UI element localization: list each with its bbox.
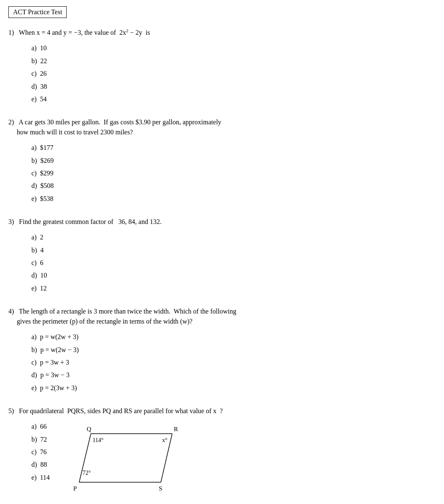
question-5: 5) For quadrilateral PQRS, sides PQ and … — [8, 406, 436, 491]
list-item: c) 6 — [31, 257, 436, 269]
question-4-text: 4) The length of a rectangle is 3 more t… — [8, 306, 436, 327]
list-item: d) 10 — [31, 269, 436, 282]
question-2: 2) A car gets 30 miles per gallon. If ga… — [8, 117, 436, 205]
question-3: 3) Find the greatest common factor of 36… — [8, 217, 436, 295]
list-item: e) p = 2(3w + 3) — [31, 382, 436, 394]
question-2-options: a) $177 b) $269 c) $299 d) $508 e) $538 — [31, 141, 436, 205]
question-2-number: 2) — [8, 118, 14, 126]
list-item: d) $508 — [31, 180, 436, 192]
list-item: a) p = w(2w + 3) — [31, 331, 436, 343]
question-1: 1) When x = 4 and y = −3, the value of 2… — [8, 27, 436, 105]
list-item: b) $269 — [31, 154, 436, 167]
question-5-diagram: Q R P S 114° x° 72° — [67, 424, 436, 491]
question-3-text: 3) Find the greatest common factor of 36… — [8, 217, 436, 227]
list-item: d) 38 — [31, 80, 436, 93]
label-S: S — [159, 485, 162, 491]
diagram-svg: Q R P S 114° x° 72° — [67, 424, 184, 491]
question-5-number: 5) — [8, 407, 14, 414]
question-1-text: 1) When x = 4 and y = −3, the value of 2… — [8, 27, 436, 38]
list-item: e) 114 — [31, 471, 50, 484]
list-item: c) p = 3w + 3 — [31, 356, 436, 369]
list-item: b) p = w(2w − 3) — [31, 344, 436, 356]
list-item: e) 12 — [31, 282, 436, 295]
question-4: 4) The length of a rectangle is 3 more t… — [8, 306, 436, 394]
list-item: b) 22 — [31, 55, 436, 67]
list-item: a) 10 — [31, 42, 436, 54]
list-item: a) 2 — [31, 231, 436, 244]
label-R: R — [174, 426, 178, 432]
page-title: ACT Practice Test — [8, 6, 67, 18]
list-item: b) 4 — [31, 244, 436, 257]
question-5-layout: a) 66 b) 72 c) 76 d) 88 e) 114 — [8, 420, 436, 491]
question-3-number: 3) — [8, 218, 14, 225]
question-2-text: 2) A car gets 30 miles per gallon. If ga… — [8, 117, 436, 137]
list-item: d) 88 — [31, 458, 50, 471]
list-item: c) 26 — [31, 67, 436, 80]
list-item: c) $299 — [31, 167, 436, 180]
question-1-options: a) 10 b) 22 c) 26 d) 38 e) 54 — [31, 42, 436, 105]
list-item: e) 54 — [31, 93, 436, 105]
question-5-text: 5) For quadrilateral PQRS, sides PQ and … — [8, 406, 436, 416]
question-4-number: 4) — [8, 308, 14, 315]
list-item: a) 66 — [31, 420, 50, 433]
angle-114: 114° — [93, 437, 103, 443]
list-item: a) $177 — [31, 141, 436, 154]
question-1-number: 1) — [8, 29, 14, 36]
list-item: c) 76 — [31, 446, 50, 458]
label-Q: Q — [87, 426, 91, 432]
list-item: d) p = 3w − 3 — [31, 369, 436, 381]
question-4-options: a) p = w(2w + 3) b) p = w(2w − 3) c) p =… — [31, 331, 436, 394]
angle-72: 72° — [83, 470, 91, 476]
question-5-options: a) 66 b) 72 c) 76 d) 88 e) 114 — [8, 420, 50, 484]
label-P: P — [73, 485, 77, 491]
angle-x: x° — [162, 437, 168, 443]
list-item: b) 72 — [31, 433, 50, 446]
list-item: e) $538 — [31, 193, 436, 205]
question-3-options: a) 2 b) 4 c) 6 d) 10 e) 12 — [31, 231, 436, 295]
